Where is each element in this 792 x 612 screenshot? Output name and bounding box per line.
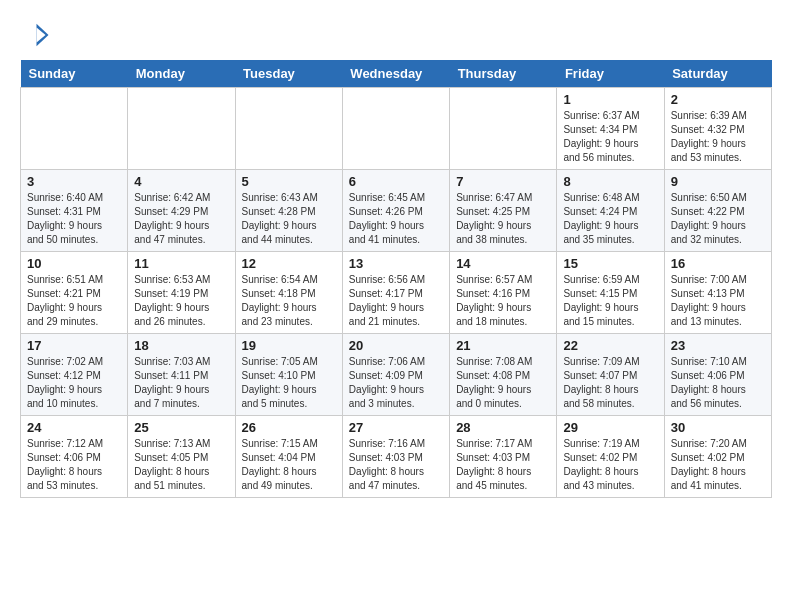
day-number: 25: [134, 420, 228, 435]
page-header: [20, 20, 772, 50]
week-row-2: 3Sunrise: 6:40 AM Sunset: 4:31 PM Daylig…: [21, 170, 772, 252]
calendar-table: SundayMondayTuesdayWednesdayThursdayFrid…: [20, 60, 772, 498]
day-number: 11: [134, 256, 228, 271]
calendar-cell: 14Sunrise: 6:57 AM Sunset: 4:16 PM Dayli…: [450, 252, 557, 334]
day-info: Sunrise: 7:08 AM Sunset: 4:08 PM Dayligh…: [456, 355, 550, 411]
day-number: 30: [671, 420, 765, 435]
day-info: Sunrise: 6:47 AM Sunset: 4:25 PM Dayligh…: [456, 191, 550, 247]
calendar-cell: [342, 88, 449, 170]
day-number: 15: [563, 256, 657, 271]
calendar-cell: 19Sunrise: 7:05 AM Sunset: 4:10 PM Dayli…: [235, 334, 342, 416]
day-number: 8: [563, 174, 657, 189]
day-number: 20: [349, 338, 443, 353]
calendar-cell: 13Sunrise: 6:56 AM Sunset: 4:17 PM Dayli…: [342, 252, 449, 334]
weekday-header-monday: Monday: [128, 60, 235, 88]
logo: [20, 20, 54, 50]
calendar-cell: 27Sunrise: 7:16 AM Sunset: 4:03 PM Dayli…: [342, 416, 449, 498]
day-number: 26: [242, 420, 336, 435]
day-info: Sunrise: 6:39 AM Sunset: 4:32 PM Dayligh…: [671, 109, 765, 165]
calendar-cell: 9Sunrise: 6:50 AM Sunset: 4:22 PM Daylig…: [664, 170, 771, 252]
calendar-cell: 11Sunrise: 6:53 AM Sunset: 4:19 PM Dayli…: [128, 252, 235, 334]
day-info: Sunrise: 6:37 AM Sunset: 4:34 PM Dayligh…: [563, 109, 657, 165]
day-info: Sunrise: 6:59 AM Sunset: 4:15 PM Dayligh…: [563, 273, 657, 329]
day-info: Sunrise: 7:12 AM Sunset: 4:06 PM Dayligh…: [27, 437, 121, 493]
day-number: 1: [563, 92, 657, 107]
day-number: 2: [671, 92, 765, 107]
day-number: 19: [242, 338, 336, 353]
day-info: Sunrise: 7:19 AM Sunset: 4:02 PM Dayligh…: [563, 437, 657, 493]
calendar-cell: 16Sunrise: 7:00 AM Sunset: 4:13 PM Dayli…: [664, 252, 771, 334]
day-info: Sunrise: 7:17 AM Sunset: 4:03 PM Dayligh…: [456, 437, 550, 493]
calendar-cell: 20Sunrise: 7:06 AM Sunset: 4:09 PM Dayli…: [342, 334, 449, 416]
calendar-cell: 25Sunrise: 7:13 AM Sunset: 4:05 PM Dayli…: [128, 416, 235, 498]
calendar-cell: 29Sunrise: 7:19 AM Sunset: 4:02 PM Dayli…: [557, 416, 664, 498]
calendar-cell: [450, 88, 557, 170]
day-number: 16: [671, 256, 765, 271]
calendar-cell: 10Sunrise: 6:51 AM Sunset: 4:21 PM Dayli…: [21, 252, 128, 334]
day-info: Sunrise: 7:06 AM Sunset: 4:09 PM Dayligh…: [349, 355, 443, 411]
calendar-cell: 26Sunrise: 7:15 AM Sunset: 4:04 PM Dayli…: [235, 416, 342, 498]
calendar-cell: 17Sunrise: 7:02 AM Sunset: 4:12 PM Dayli…: [21, 334, 128, 416]
day-number: 5: [242, 174, 336, 189]
calendar-cell: 22Sunrise: 7:09 AM Sunset: 4:07 PM Dayli…: [557, 334, 664, 416]
day-info: Sunrise: 6:48 AM Sunset: 4:24 PM Dayligh…: [563, 191, 657, 247]
day-info: Sunrise: 6:45 AM Sunset: 4:26 PM Dayligh…: [349, 191, 443, 247]
day-number: 9: [671, 174, 765, 189]
calendar-cell: 28Sunrise: 7:17 AM Sunset: 4:03 PM Dayli…: [450, 416, 557, 498]
calendar-cell: 1Sunrise: 6:37 AM Sunset: 4:34 PM Daylig…: [557, 88, 664, 170]
week-row-5: 24Sunrise: 7:12 AM Sunset: 4:06 PM Dayli…: [21, 416, 772, 498]
day-number: 6: [349, 174, 443, 189]
weekday-header-saturday: Saturday: [664, 60, 771, 88]
week-row-4: 17Sunrise: 7:02 AM Sunset: 4:12 PM Dayli…: [21, 334, 772, 416]
day-number: 10: [27, 256, 121, 271]
weekday-header-sunday: Sunday: [21, 60, 128, 88]
day-number: 29: [563, 420, 657, 435]
calendar-cell: 21Sunrise: 7:08 AM Sunset: 4:08 PM Dayli…: [450, 334, 557, 416]
calendar-cell: 2Sunrise: 6:39 AM Sunset: 4:32 PM Daylig…: [664, 88, 771, 170]
calendar-cell: [128, 88, 235, 170]
day-info: Sunrise: 6:43 AM Sunset: 4:28 PM Dayligh…: [242, 191, 336, 247]
day-info: Sunrise: 7:03 AM Sunset: 4:11 PM Dayligh…: [134, 355, 228, 411]
day-number: 3: [27, 174, 121, 189]
day-info: Sunrise: 6:50 AM Sunset: 4:22 PM Dayligh…: [671, 191, 765, 247]
day-info: Sunrise: 6:53 AM Sunset: 4:19 PM Dayligh…: [134, 273, 228, 329]
day-number: 22: [563, 338, 657, 353]
calendar-cell: 24Sunrise: 7:12 AM Sunset: 4:06 PM Dayli…: [21, 416, 128, 498]
calendar-cell: 30Sunrise: 7:20 AM Sunset: 4:02 PM Dayli…: [664, 416, 771, 498]
day-info: Sunrise: 7:15 AM Sunset: 4:04 PM Dayligh…: [242, 437, 336, 493]
day-info: Sunrise: 6:51 AM Sunset: 4:21 PM Dayligh…: [27, 273, 121, 329]
calendar-cell: 23Sunrise: 7:10 AM Sunset: 4:06 PM Dayli…: [664, 334, 771, 416]
calendar-cell: 8Sunrise: 6:48 AM Sunset: 4:24 PM Daylig…: [557, 170, 664, 252]
day-number: 7: [456, 174, 550, 189]
logo-icon: [20, 20, 50, 50]
day-info: Sunrise: 6:57 AM Sunset: 4:16 PM Dayligh…: [456, 273, 550, 329]
day-number: 24: [27, 420, 121, 435]
calendar-cell: 6Sunrise: 6:45 AM Sunset: 4:26 PM Daylig…: [342, 170, 449, 252]
day-number: 12: [242, 256, 336, 271]
calendar-cell: 18Sunrise: 7:03 AM Sunset: 4:11 PM Dayli…: [128, 334, 235, 416]
day-info: Sunrise: 6:54 AM Sunset: 4:18 PM Dayligh…: [242, 273, 336, 329]
calendar-cell: 3Sunrise: 6:40 AM Sunset: 4:31 PM Daylig…: [21, 170, 128, 252]
day-info: Sunrise: 7:05 AM Sunset: 4:10 PM Dayligh…: [242, 355, 336, 411]
calendar-cell: 7Sunrise: 6:47 AM Sunset: 4:25 PM Daylig…: [450, 170, 557, 252]
day-number: 14: [456, 256, 550, 271]
day-info: Sunrise: 6:40 AM Sunset: 4:31 PM Dayligh…: [27, 191, 121, 247]
day-number: 13: [349, 256, 443, 271]
day-number: 21: [456, 338, 550, 353]
day-info: Sunrise: 6:56 AM Sunset: 4:17 PM Dayligh…: [349, 273, 443, 329]
calendar-cell: 15Sunrise: 6:59 AM Sunset: 4:15 PM Dayli…: [557, 252, 664, 334]
weekday-header-row: SundayMondayTuesdayWednesdayThursdayFrid…: [21, 60, 772, 88]
calendar-cell: 12Sunrise: 6:54 AM Sunset: 4:18 PM Dayli…: [235, 252, 342, 334]
calendar-cell: 5Sunrise: 6:43 AM Sunset: 4:28 PM Daylig…: [235, 170, 342, 252]
weekday-header-friday: Friday: [557, 60, 664, 88]
day-info: Sunrise: 7:20 AM Sunset: 4:02 PM Dayligh…: [671, 437, 765, 493]
week-row-1: 1Sunrise: 6:37 AM Sunset: 4:34 PM Daylig…: [21, 88, 772, 170]
day-number: 27: [349, 420, 443, 435]
calendar-cell: [21, 88, 128, 170]
day-info: Sunrise: 7:16 AM Sunset: 4:03 PM Dayligh…: [349, 437, 443, 493]
weekday-header-thursday: Thursday: [450, 60, 557, 88]
week-row-3: 10Sunrise: 6:51 AM Sunset: 4:21 PM Dayli…: [21, 252, 772, 334]
weekday-header-wednesday: Wednesday: [342, 60, 449, 88]
day-info: Sunrise: 7:13 AM Sunset: 4:05 PM Dayligh…: [134, 437, 228, 493]
day-number: 28: [456, 420, 550, 435]
